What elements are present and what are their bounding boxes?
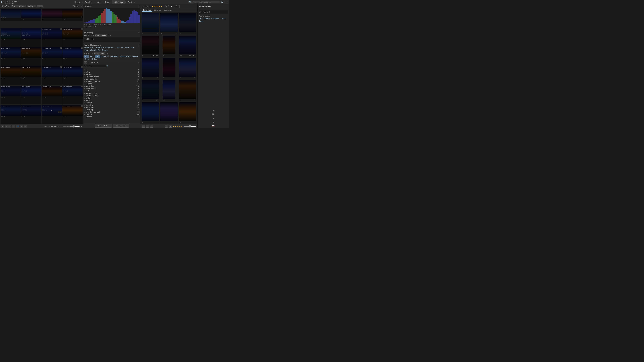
kw-list-item[interactable]: ▶ Analog Efex Pro 19 [84, 92, 140, 94]
keyword-input-area[interactable]: Night, Tokyo [84, 37, 140, 42]
kw-set-silverefex[interactable]: Silver Efex Pro [120, 55, 131, 57]
kw-set-berlow[interactable]: Berlow [84, 58, 90, 60]
keyword-set-dropdown[interactable]: Recent Keyw... [94, 52, 106, 55]
search-input[interactable] [192, 1, 217, 3]
thumb-item[interactable]: d798-5152.CR2 ⊙◇↻ 822 [1, 86, 21, 104]
kw-list-item[interactable]: ▶ abbey 2 [84, 71, 140, 73]
suggestions-collapse-icon[interactable]: ▼ [138, 44, 140, 46]
rotate-icon-sm[interactable]: ↻ [176, 32, 177, 34]
thumb-item[interactable]: d798-5144.CR2 ⊙◇↻ 813 [1, 47, 21, 66]
photo-cell[interactable]: ⊙ ↻ [179, 13, 196, 34]
keyword-info-icon[interactable]: ℹ [108, 34, 109, 36]
loupe-view-cb-btn[interactable]: □ [146, 125, 149, 128]
thumb-item[interactable]: d798-5159.CR2 □ ⊙◇↻ [62, 105, 82, 124]
rotate-cw-btn[interactable]: ↻ [176, 5, 178, 7]
suggestion-tag[interactable]: Silver Efex Pro [89, 49, 100, 51]
filter-none-btn[interactable]: None [37, 5, 43, 7]
rk-tag-night[interactable]: Night [222, 17, 226, 19]
catalog-icon[interactable]: ☰ [212, 113, 214, 116]
kw-list-item[interactable]: ▶ axbridge 7 [84, 116, 140, 118]
suggestion-tag[interactable]: paris [130, 46, 134, 48]
star-icon[interactable]: ★ [160, 5, 162, 7]
suggestion-tag[interactable]: Shopping [101, 49, 109, 51]
histogram-collapse-icon[interactable]: ▼ [138, 5, 140, 7]
unflag-btn[interactable]: ◽ [170, 5, 173, 7]
zoom-slider[interactable] [184, 125, 196, 128]
photo-cell[interactable]: ⊙ [142, 102, 159, 123]
keyword-more-icon[interactable]: ▼ [110, 34, 111, 36]
rk-tag-tokyo[interactable]: Tokyo [199, 20, 204, 22]
thumb-item[interactable]: d798-5157.CR2 ⊙◇↻ 826 [21, 105, 41, 124]
thumb-item[interactable]: d798-5151.CR2 □ ⊙◇↻ [62, 66, 82, 85]
suggestion-tag[interactable]: Amsterdam t... [105, 46, 116, 48]
rotate-icon-sm[interactable]: ↻ [157, 99, 158, 101]
kw-list-item[interactable]: ▶ anaf 0 [84, 90, 140, 92]
settings-icon[interactable]: ⚙ [156, 77, 157, 78]
thumb-item[interactable]: ▶ MVI-5158.MP4 00:10 ⊙ 827 [42, 105, 62, 124]
filter-icon[interactable]: ⚙ [221, 1, 223, 3]
kw-list-item[interactable]: ▶ Air show Apprentice 62 [84, 80, 140, 83]
photo-cell[interactable]: ⊙ [162, 58, 175, 79]
keyword-set-more-icon[interactable]: ▼ [106, 53, 108, 55]
book-icon[interactable]: 📖 [212, 124, 214, 127]
add-keyword-input[interactable] [198, 10, 228, 14]
photo-cell[interactable]: ⊙ ↻ [179, 80, 196, 101]
photo-cell[interactable]: ⊙ [160, 102, 178, 123]
suggestion-tag[interactable]: Amsterdam [95, 46, 104, 48]
kw-list-item[interactable]: ▶ Aged photo effect 26 [84, 78, 140, 80]
kw-set-tiltshift[interactable]: Tilt shift [90, 58, 97, 60]
thumb-item[interactable]: d798-5136 ⊙◇↻ [1, 9, 21, 21]
compare-view-btn[interactable]: ⊟ [8, 125, 11, 128]
tab-keywords[interactable]: Keywords [142, 8, 152, 12]
star-icon[interactable]: ★ [152, 5, 154, 7]
thumb-item[interactable]: d798-5154.CR2 □ ⊙◇↻ [42, 86, 62, 104]
photo-cell[interactable]: ⊙ ↻ [160, 13, 178, 34]
rotate-btn[interactable]: ↺ [174, 5, 176, 7]
flag-btn[interactable]: ⚑ [165, 5, 167, 7]
thumb-item[interactable]: d798-5148.CR2 ⊙◇↻ [1, 66, 21, 85]
nav-print[interactable]: Print [126, 0, 134, 4]
rotate-icon-sm[interactable]: ↻ [194, 32, 196, 34]
star-icon[interactable]: ★ [158, 5, 160, 7]
rotate-ccw-btn[interactable]: ↺ [20, 125, 23, 128]
rotate-icon-sm[interactable]: ↻ [194, 77, 196, 78]
filter-metadata-btn[interactable]: Metadata [27, 5, 36, 7]
keyword-list-more-icon[interactable]: ▼ [138, 62, 140, 64]
nav-develop[interactable]: Develop [83, 0, 94, 4]
suggestion-tag[interactable]: Mono [125, 46, 130, 48]
kw-list-item[interactable]: ▶ Amsterdam 713 [84, 85, 140, 87]
suggestion-tag[interactable]: Queen Eliza... [84, 46, 95, 48]
tab-locations[interactable]: Locations [162, 8, 173, 12]
kw-set-intro2020[interactable]: Intro 2020 [101, 55, 109, 57]
keyword-search-input[interactable] [84, 64, 106, 67]
kw-list-item[interactable]: ▶ Analog Efex Pro 2 16 [84, 94, 140, 97]
kw-list-item[interactable]: ▶ Animals 37 [84, 99, 140, 101]
kw-list-item[interactable]: ▶ Abstract 20 [84, 73, 140, 76]
sync-settings-btn[interactable]: Sync Settings [113, 124, 129, 128]
thumb-item[interactable]: ⊙◇ [21, 9, 41, 21]
reject-btn[interactable]: ⚐ [168, 5, 170, 7]
kw-list-item[interactable]: ▶ anchor 16 [84, 97, 140, 99]
suggestion-tag[interactable]: Intro 2020 [116, 46, 124, 48]
cb-star[interactable]: ★ [179, 125, 181, 127]
thumb-item[interactable]: d798-5149.CR2 ⊙◇↻ [21, 66, 41, 85]
kw-list-item[interactable]: ▶ Avon Street car park 36 [84, 111, 140, 113]
import-icon[interactable]: ↓ [226, 1, 228, 3]
thumbnail-size-slider[interactable] [70, 125, 80, 128]
add-kw-btn[interactable]: + [84, 61, 87, 64]
survey-view-btn[interactable]: ⊡ [12, 125, 15, 128]
photo-cell[interactable]: ⊙ ⚙ ↻ [142, 58, 159, 79]
filter-attribute-btn[interactable]: Attribute [18, 5, 26, 7]
expand-btn[interactable]: ▲ [80, 125, 82, 127]
grid-view-cb-btn[interactable]: ⊞ [142, 125, 145, 128]
kw-set-night[interactable]: Night [84, 55, 89, 57]
kw-set-amsterdam[interactable]: Amsterdam [110, 55, 119, 57]
kw-set-geneva[interactable]: Geneva [132, 55, 138, 57]
rk-tag-flowers[interactable]: Flowers [204, 17, 210, 19]
thumb-item[interactable]: d798-5150.CR2 □ ⊙◇↻ [42, 66, 62, 85]
rotate-icon-sm[interactable]: ↻ [194, 99, 196, 101]
plus-icon[interactable]: + [142, 5, 142, 7]
cb-star[interactable]: ★ [173, 125, 174, 127]
kw-list-item[interactable]: ▶ Architecture 223 [84, 106, 140, 109]
thumb-item[interactable]: d798-5156.CR2 ⊙◇↻ 825 [1, 105, 21, 124]
